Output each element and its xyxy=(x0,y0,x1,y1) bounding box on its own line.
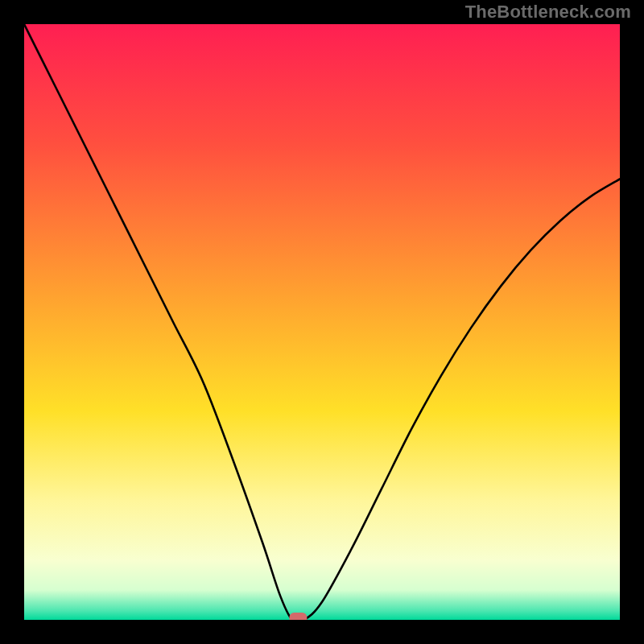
gradient-background xyxy=(24,24,620,620)
bottleneck-chart xyxy=(24,24,620,620)
watermark-text: TheBottleneck.com xyxy=(465,2,631,23)
chart-frame: TheBottleneck.com xyxy=(0,0,644,644)
optimal-point-marker xyxy=(289,613,307,620)
